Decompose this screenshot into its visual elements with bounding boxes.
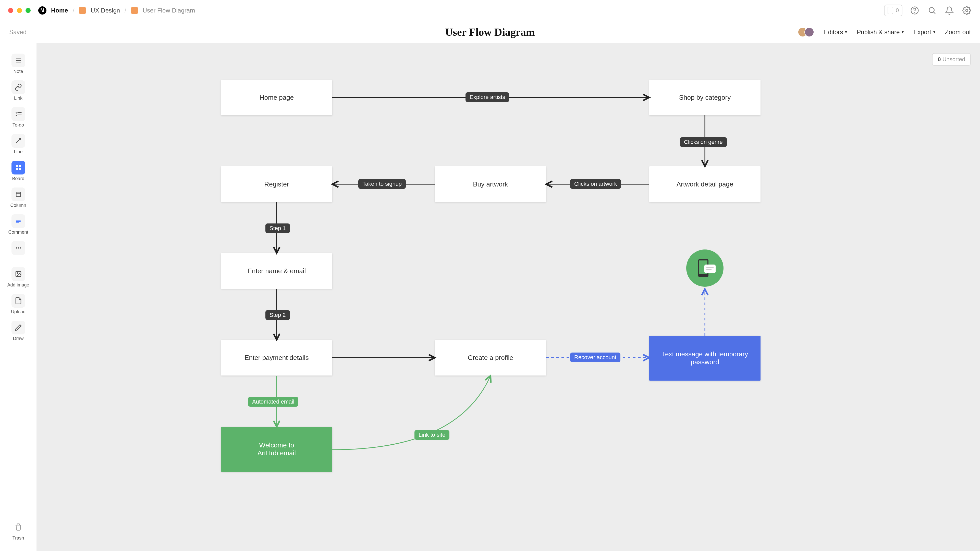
search-icon[interactable] (927, 5, 937, 16)
tool-board[interactable]: Board (5, 158, 32, 184)
more-icon (11, 241, 25, 255)
top-right-actions: 0 (884, 5, 972, 16)
tool-draw[interactable]: Draw (5, 318, 32, 344)
breadcrumb-mid[interactable]: UX Design (91, 7, 120, 14)
editor-avatars[interactable] (798, 27, 814, 37)
tool-comment[interactable]: Comment (5, 212, 32, 238)
tool-link[interactable]: Link (5, 78, 32, 103)
image-icon (11, 267, 25, 281)
note-icon (11, 54, 25, 67)
label-step1[interactable]: Step 1 (266, 224, 290, 233)
link-icon (11, 80, 25, 94)
diagram-canvas[interactable]: 0 Unsorted (37, 43, 980, 551)
device-pill[interactable]: 0 (884, 5, 902, 16)
label-automated[interactable]: Automated email (248, 397, 298, 407)
upload-icon (11, 294, 25, 308)
label-recover[interactable]: Recover account (570, 353, 620, 362)
save-status: Saved (9, 29, 27, 36)
svg-rect-7 (19, 168, 21, 170)
breadcrumb-current: User Flow Diagram (143, 7, 195, 14)
badge-count: 0 (896, 7, 899, 14)
label-signup[interactable]: Taken to signup (358, 179, 406, 189)
svg-rect-4 (16, 165, 18, 167)
label-step2[interactable]: Step 2 (266, 310, 290, 320)
svg-point-3 (966, 9, 968, 11)
svg-point-11 (20, 248, 21, 249)
page-title: User Flow Diagram (445, 26, 535, 38)
tool-note[interactable]: Note (5, 51, 32, 77)
avatar (804, 27, 814, 37)
label-genre[interactable]: Clicks on genre (680, 137, 727, 147)
minimize-window[interactable] (17, 8, 22, 13)
zoom-out-button[interactable]: Zoom out (945, 29, 971, 36)
tool-line[interactable]: Line (5, 131, 32, 157)
tool-sidebar: Note Link To-do Line Board Column Commen… (0, 43, 37, 551)
tool-trash[interactable]: Trash (5, 518, 32, 543)
close-window[interactable] (8, 8, 13, 13)
line-icon (11, 134, 25, 148)
header-actions: Editors▾ Publish & share▾ Export▾ Zoom o… (798, 27, 971, 37)
main-area: Note Link To-do Line Board Column Commen… (0, 43, 980, 551)
comment-icon (11, 214, 25, 228)
label-link-site[interactable]: Link to site (414, 430, 449, 440)
column-icon (11, 187, 25, 201)
document-header: Saved User Flow Diagram Editors▾ Publish… (0, 21, 980, 43)
breadcrumb-sep: / (73, 7, 75, 14)
board-icon (11, 161, 25, 175)
help-icon[interactable] (910, 5, 920, 16)
breadcrumb-sep: / (124, 7, 126, 14)
tool-more[interactable] (5, 238, 32, 257)
tool-todo[interactable]: To-do (5, 105, 32, 130)
connectors-layer (37, 43, 980, 551)
svg-point-2 (929, 7, 934, 13)
todo-icon (11, 107, 25, 121)
breadcrumb: M Home / UX Design / User Flow Diagram (38, 6, 195, 14)
svg-rect-8 (16, 192, 21, 197)
trash-icon (11, 520, 25, 534)
titlebar: M Home / UX Design / User Flow Diagram 0 (0, 0, 980, 21)
tool-column[interactable]: Column (5, 185, 32, 211)
phone-icon (888, 6, 893, 14)
editors-dropdown[interactable]: Editors▾ (824, 29, 847, 36)
app-logo-icon[interactable]: M (38, 6, 46, 14)
svg-rect-6 (16, 168, 18, 170)
bell-icon[interactable] (944, 5, 955, 16)
gear-icon[interactable] (962, 5, 972, 16)
svg-point-10 (18, 248, 19, 249)
svg-rect-5 (19, 165, 21, 167)
breadcrumb-home[interactable]: Home (51, 7, 68, 14)
label-explore[interactable]: Explore artists (466, 92, 509, 102)
chevron-down-icon: ▾ (845, 30, 847, 35)
svg-point-9 (16, 248, 17, 249)
window-controls (8, 8, 30, 13)
publish-dropdown[interactable]: Publish & share▾ (857, 29, 904, 36)
maximize-window[interactable] (25, 8, 30, 13)
tool-upload[interactable]: Upload (5, 291, 32, 317)
export-dropdown[interactable]: Export▾ (913, 29, 935, 36)
chevron-down-icon: ▾ (933, 30, 935, 35)
chevron-down-icon: ▾ (902, 30, 904, 35)
svg-point-13 (17, 272, 18, 273)
label-artwork[interactable]: Clicks on artwork (570, 179, 621, 189)
tool-add-image[interactable]: Add image (5, 265, 32, 290)
folder-icon (79, 7, 86, 14)
draw-icon (11, 321, 25, 334)
folder-icon (131, 7, 138, 14)
